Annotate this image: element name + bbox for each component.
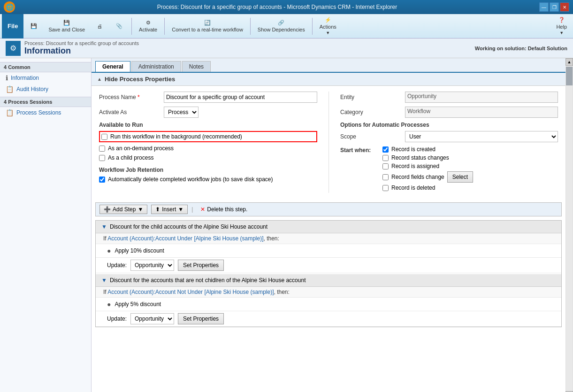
cb-record-fields[interactable] (382, 174, 389, 180)
information-icon: ℹ (6, 74, 8, 82)
close-button[interactable]: ✕ (560, 2, 569, 12)
section-title: Hide Process Properties (105, 76, 175, 83)
print-icon: 🖨 (97, 23, 102, 29)
restore-button[interactable]: ❐ (550, 2, 559, 12)
page-header-left: ⚙ Process: Discount for a specific group… (6, 40, 139, 56)
attach-button[interactable]: 📎 (110, 15, 129, 37)
ie-logo-icon: 🌐 (4, 1, 15, 13)
cb-record-assigned[interactable] (382, 163, 389, 169)
update-select-1[interactable]: Opportunity (130, 260, 174, 271)
delete-step-button[interactable]: ✕ Delete this step. (197, 205, 251, 214)
activate-as-select[interactable]: Process (164, 107, 199, 118)
sidebar-item-information[interactable]: ℹ Information (0, 72, 91, 84)
set-props-button-1[interactable]: Set Properties (178, 260, 224, 271)
select-fields-button[interactable]: Select (447, 171, 473, 183)
scope-select[interactable]: User Organization Business Unit (405, 131, 558, 142)
step-group-1-header: ▼ Discount for the child accounts of the… (96, 221, 561, 233)
help-button[interactable]: ❓ Help ▼ (552, 15, 571, 37)
main-panel: General Administration Notes ▲ Hide Proc… (92, 58, 565, 392)
sw-check-fields: Record fields change Select (382, 171, 473, 183)
file-button[interactable]: File (2, 14, 23, 38)
page-icon: ⚙ (6, 41, 21, 56)
update-label-2: Update: (107, 315, 127, 322)
convert-button[interactable]: 🔄 Convert to a real-time workflow (168, 15, 247, 37)
label-record-created: Record is created (391, 146, 435, 153)
show-deps-button[interactable]: 🔗 Show Dependencies (253, 15, 309, 37)
tab-notes[interactable]: Notes (182, 61, 211, 72)
process-sessions-icon: 📋 (6, 109, 14, 116)
collapse-group-2-icon[interactable]: ▼ (101, 277, 107, 284)
cb-record-status[interactable] (382, 155, 389, 161)
form-grid: Process Name Activate As Process Availab… (92, 86, 565, 199)
steps-toolbar: ➕ Add Step ▼ ⬆ Insert ▼ | ✕ Delete this … (95, 202, 562, 216)
cb-background-row: Run this workflow in the background (rec… (99, 131, 317, 142)
ribbon-separator-1 (131, 18, 132, 35)
working-on-label: Working on solution: Default Solution (475, 46, 567, 51)
cb-background-label: Run this workflow in the background (rec… (110, 133, 242, 140)
cb-record-created[interactable] (382, 146, 389, 153)
add-step-button[interactable]: ➕ Add Step ▼ (99, 205, 147, 214)
form-area: ▲ Hide Process Properties Process Name A… (92, 73, 565, 392)
activate-icon: ⚙ (146, 20, 151, 26)
cb-record-deleted[interactable] (382, 185, 389, 191)
minimize-button[interactable]: — (539, 2, 549, 12)
section-header-process: ▲ Hide Process Properties (92, 73, 565, 86)
save-close-button[interactable]: 💾 Save and Close (44, 15, 89, 37)
step-condition-2: If Account (Account):Account Not Under [… (96, 287, 561, 298)
step-update-2: Update: Opportunity Set Properties (96, 311, 561, 327)
cb-background[interactable] (101, 134, 107, 140)
content-area: 4 Common ℹ Information 📋 Audit History 4… (0, 58, 573, 392)
condition-2-link[interactable]: Account (Account):Account Not Under [Alp… (107, 289, 274, 295)
start-when-checks: Record is created Record status changes (382, 146, 473, 191)
scrollbar-track (566, 66, 573, 391)
cb-child[interactable] (99, 155, 105, 161)
title-bar: 🌐 Process: Discount for a specific group… (0, 0, 573, 14)
toolbar-sep: | (191, 206, 193, 213)
print-button[interactable]: 🖨 (90, 15, 109, 37)
insert-button[interactable]: ⬆ Insert ▼ (151, 205, 188, 214)
scroll-up-button[interactable]: ▲ (565, 58, 573, 66)
sw-check-assigned: Record is assigned (382, 163, 473, 169)
set-props-button-2[interactable]: Set Properties (178, 313, 224, 324)
help-dropdown-arrow: ▼ (559, 31, 564, 35)
sidebar-item-audit-history[interactable]: 📋 Audit History (0, 84, 91, 95)
collapse-arrow-icon[interactable]: ▲ (97, 77, 102, 82)
process-name-label: Process Name (99, 94, 160, 100)
step-action-1: ● Apply 10% discount (96, 244, 561, 258)
sw-check-deleted: Record is deleted (382, 184, 473, 191)
ribbon-separator-3 (250, 18, 251, 35)
cb-on-demand[interactable] (99, 146, 105, 152)
label-record-status: Record status changes (391, 154, 449, 161)
tab-general[interactable]: General (95, 61, 130, 72)
breadcrumb: Process: Discount for a specific group o… (24, 40, 139, 46)
start-when-label: Start when: (340, 146, 382, 191)
collapse-group-1-icon[interactable]: ▼ (101, 223, 107, 230)
tabs-bar: General Administration Notes (92, 58, 565, 73)
sw-check-status: Record status changes (382, 154, 473, 161)
activate-as-label: Activate As (99, 109, 160, 115)
update-select-2[interactable]: Opportunity (130, 313, 174, 324)
app-body: 4 Common ℹ Information 📋 Audit History 4… (0, 58, 573, 392)
cb-ondemand-row: As an on-demand process (99, 145, 317, 152)
condition-1-link[interactable]: Account (Account):Account Under [Alpine … (107, 235, 263, 242)
process-name-input[interactable] (164, 92, 317, 103)
actions-button[interactable]: ⚡ Actions ▼ (315, 15, 341, 37)
right-scrollbar: ▲ ▼ (565, 58, 573, 392)
floppy-icon: 💾 (31, 23, 37, 29)
audit-icon: 📋 (6, 85, 14, 93)
step-condition-1: If Account (Account):Account Under [Alpi… (96, 233, 561, 244)
entity-value: Opportunity (405, 92, 558, 103)
bullet-icon-1: ● (107, 247, 111, 254)
cb-auto-delete[interactable] (99, 177, 105, 183)
bullet-icon-2: ● (107, 300, 111, 308)
sidebar-item-process-sessions[interactable]: 📋 Process Sessions (0, 107, 91, 118)
scrollbar-thumb[interactable] (566, 67, 573, 85)
save-icon[interactable]: 💾 (24, 15, 43, 37)
tab-administration[interactable]: Administration (131, 61, 181, 72)
add-step-arrow: ▼ (138, 206, 143, 213)
page-header: ⚙ Process: Discount for a specific group… (0, 38, 573, 58)
delete-icon: ✕ (200, 206, 205, 213)
sidebar: 4 Common ℹ Information 📋 Audit History 4… (0, 58, 92, 392)
activate-button[interactable]: ⚙ Activate (135, 15, 161, 37)
window-title: Process: Discount for a specific group o… (15, 4, 539, 10)
